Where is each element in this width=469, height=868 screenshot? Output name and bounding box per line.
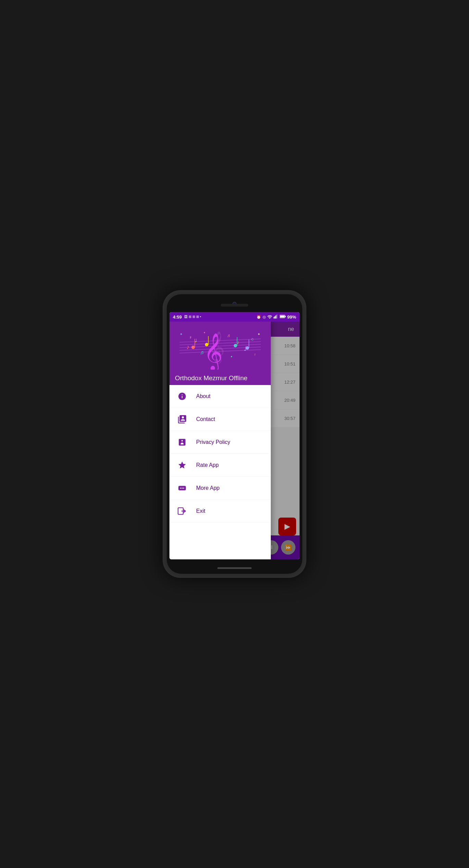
svg-text:♬: ♬	[227, 333, 230, 338]
svg-text:𝄞: 𝄞	[204, 333, 223, 370]
exit-icon	[176, 505, 188, 517]
menu-rate-label: Rate App	[196, 462, 219, 468]
menu-about-label: About	[196, 393, 211, 399]
menu-item-exit[interactable]: Exit	[169, 500, 271, 523]
app-title: Orthodox Mezmur Offline	[169, 370, 271, 385]
svg-text:♪: ♪	[186, 344, 189, 350]
status-time: 4:59	[173, 314, 182, 320]
signal-icon	[274, 314, 278, 319]
menu-item-more[interactable]: More App	[169, 477, 271, 500]
svg-point-32	[234, 344, 237, 347]
svg-rect-2	[276, 315, 276, 319]
menu-item-privacy[interactable]: Privacy Policy	[169, 431, 271, 454]
svg-point-39	[183, 487, 184, 488]
drawer-header: 𝄞 ♪ ♩ ♬ ♪	[169, 322, 271, 385]
svg-text:♩: ♩	[195, 338, 197, 343]
svg-text:✦: ✦	[180, 332, 182, 336]
policy-icon	[176, 436, 188, 448]
svg-point-37	[180, 487, 181, 488]
menu-privacy-label: Privacy Policy	[196, 439, 230, 445]
menu-contact-label: Contact	[196, 416, 215, 422]
widget-icon-2: ⊞	[192, 315, 195, 319]
svg-point-30	[205, 343, 208, 346]
status-right-icons: ⏰ ◎	[256, 314, 296, 320]
widget-icon-3: ⊞	[196, 315, 199, 319]
svg-text:♫: ♫	[251, 337, 254, 342]
alarm-icon: ⏰	[256, 315, 261, 319]
svg-text:♬: ♬	[200, 349, 204, 355]
music-art-svg: 𝄞 ♪ ♩ ♬ ♪	[169, 322, 271, 370]
status-bar: 4:59 🖼 ⊞ ⊞ ⊞ • ⏰ ◎	[169, 312, 300, 322]
menu-item-about[interactable]: About	[169, 385, 271, 408]
svg-rect-3	[277, 314, 277, 319]
svg-rect-0	[274, 317, 274, 319]
music-art: 𝄞 ♪ ♩ ♬ ♪	[169, 322, 271, 370]
menu-exit-label: Exit	[196, 508, 205, 514]
dot-indicator: •	[200, 315, 201, 319]
status-left: 4:59 🖼 ⊞ ⊞ ⊞ •	[173, 314, 201, 320]
earpiece-speaker	[221, 304, 248, 307]
svg-point-28	[191, 346, 195, 349]
battery-percent: 99%	[287, 314, 296, 320]
phone-device: 4:59 🖼 ⊞ ⊞ ⊞ • ⏰ ◎	[163, 290, 306, 578]
wifi-icon	[267, 314, 272, 319]
svg-text:♯: ♯	[190, 335, 191, 339]
svg-rect-1	[275, 316, 275, 319]
svg-text:✦: ✦	[257, 332, 260, 336]
location-icon: ◎	[263, 315, 266, 319]
svg-rect-5	[285, 316, 286, 317]
svg-text:♪: ♪	[237, 339, 240, 345]
info-icon	[176, 390, 188, 402]
phone-inner: 4:59 🖼 ⊞ ⊞ ⊞ • ⏰ ◎	[167, 294, 302, 574]
menu-more-label: More App	[196, 485, 219, 491]
svg-text:♯: ♯	[254, 352, 256, 357]
menu-item-contact[interactable]: Contact	[169, 408, 271, 431]
svg-text:✦: ✦	[230, 355, 233, 358]
contact-icon	[176, 413, 188, 425]
content-area: ne 10:58 10:51 12:27 20:49	[169, 322, 300, 559]
svg-rect-6	[280, 315, 284, 318]
battery-icon	[280, 314, 286, 319]
widget-icon-1: ⊞	[189, 315, 191, 319]
svg-point-38	[181, 487, 182, 488]
image-icon: 🖼	[184, 315, 188, 319]
svg-point-34	[245, 346, 249, 350]
more-icon	[176, 482, 188, 494]
nav-drawer: 𝄞 ♪ ♩ ♬ ♪	[169, 322, 271, 559]
screen: 4:59 🖼 ⊞ ⊞ ⊞ • ⏰ ◎	[169, 312, 300, 559]
star-icon	[176, 459, 188, 471]
menu-items: About Contact	[169, 385, 271, 559]
home-bar	[217, 567, 252, 569]
menu-item-rate[interactable]: Rate App	[169, 454, 271, 477]
